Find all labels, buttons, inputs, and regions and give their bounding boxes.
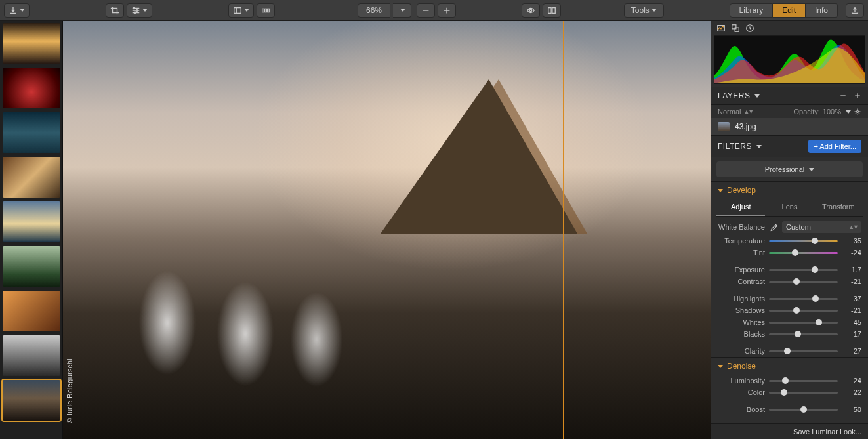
slider-label: Boost — [718, 406, 765, 413]
tab-info[interactable]: Info — [806, 3, 838, 18]
histogram[interactable] — [714, 35, 865, 84]
thumbnail[interactable] — [3, 246, 60, 287]
zoom-in-button[interactable] — [438, 3, 456, 18]
panel-left-button[interactable] — [228, 3, 254, 18]
white-balance-dropdown[interactable]: Custom ▲▼ — [782, 221, 861, 233]
zoom-value[interactable]: 66% — [358, 3, 390, 18]
slider-shadows: Shadows -21 — [711, 304, 868, 316]
svg-rect-11 — [732, 25, 736, 29]
slider-track[interactable] — [769, 392, 838, 394]
slider-label: Tint — [718, 249, 765, 257]
crop-button[interactable] — [106, 3, 124, 18]
zoom-out-button[interactable] — [417, 3, 435, 18]
gear-icon[interactable] — [854, 108, 861, 115]
slider-label: Blacks — [718, 330, 765, 338]
slider-track[interactable] — [769, 269, 838, 271]
denoise-group-header[interactable]: Denoise — [711, 357, 868, 375]
slider-whites: Whites 45 — [711, 316, 868, 328]
tab-edit[interactable]: Edit — [773, 3, 806, 18]
slider-label: Temperature — [718, 237, 765, 245]
thumbnail[interactable] — [3, 291, 60, 331]
thumbnail[interactable] — [3, 157, 60, 198]
filters-scroll[interactable]: Professional Develop Adjust Lens Transfo… — [711, 157, 868, 423]
slider-track[interactable] — [769, 333, 838, 335]
subtab-lens[interactable]: Lens — [765, 199, 814, 216]
slider-value: -17 — [842, 330, 861, 338]
slider-label: Whites — [718, 318, 765, 326]
slider-contrast: Contrast -21 — [711, 276, 868, 287]
thumbnail[interactable] — [3, 68, 60, 108]
layers-section-header[interactable]: LAYERS — [711, 87, 868, 105]
develop-group-header[interactable]: Develop — [711, 181, 868, 199]
slider-label: Clarity — [718, 347, 765, 355]
remove-layer-icon[interactable] — [839, 92, 847, 100]
slider-track[interactable] — [769, 240, 838, 242]
chevron-down-icon — [846, 110, 851, 114]
slider-value: 37 — [842, 295, 861, 303]
denoise-title: Denoise — [727, 362, 756, 371]
thumbnail-selected[interactable] — [3, 380, 60, 421]
svg-rect-5 — [265, 9, 267, 12]
develop-subtabs: Adjust Lens Transform — [716, 199, 863, 217]
thumbnail[interactable] — [3, 201, 60, 242]
filmstrip-button[interactable] — [257, 3, 275, 18]
zoom-dropdown[interactable] — [393, 3, 411, 18]
history-icon[interactable] — [745, 24, 754, 33]
slider-track[interactable] — [769, 298, 838, 300]
white-balance-label: White Balance — [718, 223, 765, 231]
slider-track[interactable] — [769, 281, 838, 283]
slider-value: 45 — [842, 318, 861, 326]
clipping-icon[interactable] — [731, 24, 740, 33]
preset-dropdown[interactable]: Professional — [716, 161, 863, 177]
adjustments-button[interactable] — [127, 3, 152, 18]
slider-value: 35 — [842, 237, 861, 245]
thumbnail[interactable] — [3, 335, 60, 376]
svg-rect-6 — [268, 9, 270, 12]
opacity-label: Opacity: — [794, 108, 820, 115]
preset-name: Professional — [765, 165, 805, 173]
svg-rect-9 — [552, 7, 555, 13]
slider-track[interactable] — [769, 380, 838, 382]
import-button[interactable] — [4, 3, 30, 18]
slider-track[interactable] — [769, 310, 838, 312]
image-canvas[interactable]: © Iurie Belegurschi — [63, 21, 711, 439]
histogram-header — [711, 21, 868, 35]
layer-meta: Normal ▲▼ Opacity: 100% — [711, 105, 868, 118]
slider-track[interactable] — [769, 409, 838, 411]
chevron-down-icon — [754, 94, 760, 98]
tab-library[interactable]: Library — [730, 3, 774, 18]
white-balance-row: White Balance Custom ▲▼ — [711, 219, 868, 235]
tools-menu[interactable]: Tools — [624, 3, 664, 18]
thumbnail[interactable] — [3, 112, 60, 153]
slider-value: -24 — [842, 249, 861, 257]
filters-section-header[interactable]: FILTERS + Add Filter... — [711, 135, 868, 157]
slider-label: Color — [718, 388, 765, 396]
slider-value: 27 — [842, 347, 861, 355]
updown-icon: ▲▼ — [848, 224, 858, 230]
subtab-transform[interactable]: Transform — [814, 199, 863, 216]
preview-button[interactable] — [522, 3, 540, 18]
chevron-down-icon — [142, 9, 148, 12]
histogram-mode-icon[interactable] — [716, 24, 726, 33]
share-button[interactable] — [846, 3, 864, 18]
save-look-button[interactable]: Save Luminar Look... — [711, 423, 868, 439]
chevron-down-icon — [244, 9, 249, 12]
compare-button[interactable] — [543, 3, 561, 18]
slider-highlights: Highlights 37 — [711, 293, 868, 304]
add-filter-button[interactable]: + Add Filter... — [808, 140, 861, 153]
thumbnail[interactable] — [3, 23, 60, 64]
slider-temperature: Temperature 35 — [711, 235, 868, 247]
subtab-adjust[interactable]: Adjust — [716, 199, 765, 216]
svg-rect-12 — [735, 28, 739, 31]
slider-track[interactable] — [769, 252, 838, 254]
blend-mode-dropdown[interactable]: Normal — [718, 108, 741, 115]
slider-track[interactable] — [769, 322, 838, 324]
add-layer-icon[interactable] — [854, 92, 861, 100]
layer-item[interactable]: 43.jpg — [711, 118, 868, 135]
tools-label: Tools — [631, 6, 650, 15]
slider-value: 50 — [842, 406, 861, 413]
compare-divider[interactable] — [563, 21, 564, 439]
slider-track[interactable] — [769, 350, 838, 352]
opacity-value[interactable]: 100% — [823, 108, 841, 115]
eyedropper-icon[interactable] — [769, 222, 778, 232]
